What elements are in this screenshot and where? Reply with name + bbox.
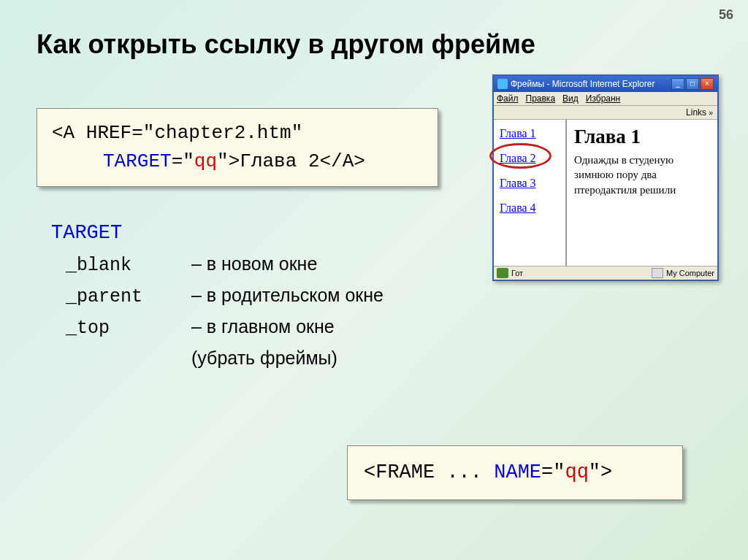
maximize-button[interactable]: □ xyxy=(686,78,699,90)
target-blank-desc: – в новом окне xyxy=(191,253,317,274)
code-value-qq: qq xyxy=(194,150,217,172)
code-value-qq: qq xyxy=(565,461,588,483)
code-text: "> xyxy=(589,461,612,483)
menu-edit[interactable]: Правка xyxy=(526,93,556,104)
menu-favorites[interactable]: Избранн xyxy=(586,93,620,104)
target-top-desc2: (убрать фреймы) xyxy=(191,348,337,368)
browser-window: Фреймы - Microsoft Internet Explorer _ □… xyxy=(492,74,719,281)
link-chapter-2[interactable]: Глава 2 xyxy=(500,152,560,165)
frame-content: Глава 1 Глава 2 Глава 3 Глава 4 Глава 1 … xyxy=(494,120,717,266)
code-text: "> xyxy=(217,150,240,172)
links-toolbar: Links » xyxy=(494,106,717,120)
code-text: =" xyxy=(172,150,194,172)
code-keyword-name: NAME xyxy=(494,461,541,483)
chevron-icon[interactable]: » xyxy=(709,109,713,117)
menubar: Файл Правка Вид Избранн xyxy=(494,92,717,106)
ie-icon xyxy=(497,79,508,89)
slide-title: Как открыть ссылку в другом фрейме xyxy=(37,29,535,60)
menu-view[interactable]: Вид xyxy=(562,93,579,104)
target-values-list: TARGET _blank – в новом окне _parent – в… xyxy=(51,218,383,372)
window-title: Фреймы - Microsoft Internet Explorer xyxy=(511,79,654,89)
target-top: _top xyxy=(66,314,186,343)
right-frame-content: Глава 1 Однажды в студеную зимнюю пору д… xyxy=(567,120,717,266)
target-blank: _blank xyxy=(66,251,186,280)
close-button[interactable]: × xyxy=(701,78,714,90)
target-parent-desc: – в родительском окне xyxy=(191,285,383,305)
links-label[interactable]: Links xyxy=(686,107,706,118)
link-chapter-4[interactable]: Глава 4 xyxy=(500,202,560,215)
target-header: TARGET xyxy=(51,218,383,249)
go-icon xyxy=(497,268,508,278)
link-chapter-1[interactable]: Глава 1 xyxy=(500,127,560,140)
statusbar: Гот My Computer xyxy=(494,266,717,280)
code-example-frame: <FRAME ... NAME="qq"> xyxy=(347,445,683,500)
zone-label: My Computer xyxy=(666,269,714,277)
page-number: 56 xyxy=(719,7,733,23)
computer-icon xyxy=(652,268,663,278)
code-text: <A HREF="chapter2.htm" xyxy=(52,122,302,144)
status-text: Гот xyxy=(511,269,523,277)
code-text: =" xyxy=(541,461,565,483)
titlebar: Фреймы - Microsoft Internet Explorer _ □… xyxy=(494,76,717,92)
content-paragraph: Однажды в студеную зимнюю пору два птеро… xyxy=(574,153,710,197)
left-frame-nav: Глава 1 Глава 2 Глава 3 Глава 4 xyxy=(494,120,567,266)
code-keyword-target: TARGET xyxy=(103,150,172,172)
content-heading: Глава 1 xyxy=(574,126,710,148)
target-top-desc: – в главном окне xyxy=(191,316,335,337)
minimize-button[interactable]: _ xyxy=(671,78,684,90)
code-text: <FRAME ... xyxy=(364,461,494,483)
link-chapter-3[interactable]: Глава 3 xyxy=(500,177,560,190)
code-text: Глава 2 xyxy=(240,150,319,172)
target-parent: _parent xyxy=(66,283,186,312)
menu-file[interactable]: Файл xyxy=(497,93,519,104)
code-text: </A> xyxy=(320,150,365,172)
code-example-anchor: <A HREF="chapter2.htm" TARGET="qq">Глава… xyxy=(37,108,438,187)
